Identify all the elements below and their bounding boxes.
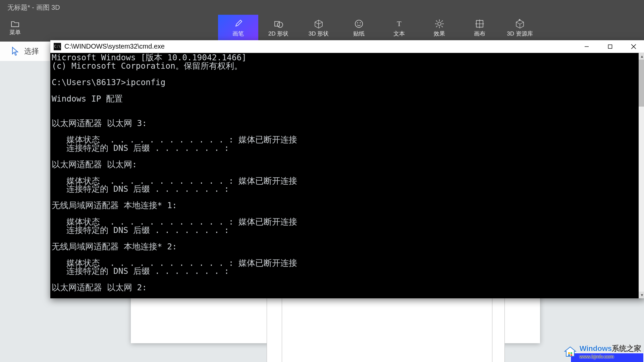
- folder-icon: [11, 20, 19, 27]
- svg-line-13: [441, 20, 443, 22]
- svg-rect-0: [275, 21, 279, 26]
- house-icon: [564, 345, 577, 358]
- svg-point-2: [355, 20, 363, 27]
- ribbon-tool-text[interactable]: T文本: [379, 15, 419, 42]
- ribbon-tool-effects[interactable]: 效果: [419, 15, 460, 42]
- ribbon-tool-label: 画布: [474, 30, 485, 38]
- sticker-icon: [354, 19, 364, 29]
- watermark-suffix: 系统之家: [612, 344, 641, 353]
- cmd-icon: C:\: [54, 43, 61, 50]
- library-icon: [515, 19, 525, 29]
- svg-point-6: [438, 22, 441, 25]
- svg-point-4: [360, 22, 361, 23]
- paint3d-ribbon: 菜单 画笔2D 形状3D 形状贴纸T文本效果画布3D 资源库: [0, 15, 644, 42]
- cmd-window[interactable]: C:\ C:\WINDOWS\system32\cmd.exe Microsof…: [50, 40, 644, 298]
- brush-icon: [233, 19, 243, 29]
- maximize-icon: [607, 44, 613, 49]
- maximize-button[interactable]: [598, 40, 622, 53]
- cmd-output: Microsoft Windows [版本 10.0.19042.1466] (…: [52, 54, 637, 292]
- svg-point-3: [357, 22, 358, 23]
- cmd-scrollbar[interactable]: ▲ ▼: [639, 53, 644, 298]
- paint3d-titlebar: 无标题* - 画图 3D: [0, 0, 644, 15]
- minimize-button[interactable]: [575, 40, 598, 53]
- scroll-down-icon[interactable]: ▼: [639, 292, 644, 298]
- ribbon-tool-label: 画笔: [232, 30, 244, 38]
- cmd-body[interactable]: Microsoft Windows [版本 10.0.19042.1466] (…: [50, 53, 639, 298]
- close-button[interactable]: [622, 40, 644, 53]
- minimize-icon: [584, 44, 589, 49]
- menu-label: 菜单: [9, 28, 21, 36]
- select-tool[interactable]: 选择: [0, 42, 50, 61]
- cmd-title: C:\WINDOWS\system32\cmd.exe: [64, 43, 575, 50]
- dialog-inner: [282, 297, 492, 362]
- svg-point-1: [277, 22, 283, 27]
- svg-line-14: [436, 26, 437, 27]
- cmd-titlebar[interactable]: C:\ C:\WINDOWS\system32\cmd.exe: [50, 40, 644, 53]
- ribbon-tool-label: 文本: [393, 30, 405, 38]
- svg-text:T: T: [397, 19, 401, 28]
- svg-rect-19: [571, 352, 572, 354]
- ribbon-tool-label: 3D 资源库: [507, 30, 533, 38]
- close-icon: [631, 44, 637, 50]
- menu-button[interactable]: 菜单: [0, 15, 30, 42]
- text-icon: T: [394, 19, 404, 29]
- svg-rect-23: [608, 45, 612, 48]
- paint3d-title: 无标题* - 画图 3D: [7, 3, 60, 12]
- shape2d-icon: [273, 19, 283, 29]
- shape3d-icon: [314, 19, 324, 29]
- scroll-up-icon[interactable]: ▲: [639, 53, 644, 60]
- ribbon-tool-label: 效果: [434, 30, 445, 38]
- ribbon-tool-3d[interactable]: 3D 形状: [299, 15, 339, 42]
- scroll-thumb[interactable]: [639, 60, 644, 107]
- ribbon-tool-sticker[interactable]: 贴纸: [339, 15, 379, 42]
- svg-rect-21: [571, 354, 572, 356]
- ribbon-tool-label: 3D 形状: [309, 30, 329, 38]
- svg-line-12: [441, 26, 443, 27]
- cursor-icon: [11, 47, 19, 56]
- watermark-brand: Windows: [580, 344, 612, 353]
- select-label: 选择: [24, 46, 39, 56]
- ribbon-tool-label: 2D 形状: [268, 30, 288, 38]
- ribbon-tool-brush[interactable]: 画笔: [218, 15, 258, 42]
- svg-rect-18: [568, 352, 570, 354]
- canvas-icon: [475, 19, 485, 29]
- watermark-url: www.bjmlv.com: [580, 354, 641, 359]
- watermark: Windows系统之家 www.bjmlv.com: [564, 344, 641, 359]
- ribbon-tool-label: 贴纸: [353, 30, 365, 38]
- effects-icon: [434, 19, 444, 29]
- ribbon-tool-library[interactable]: 3D 资源库: [500, 15, 540, 42]
- ribbon-tool-canvas[interactable]: 画布: [460, 15, 500, 42]
- svg-rect-20: [568, 354, 570, 356]
- ribbon-tool-2d[interactable]: 2D 形状: [258, 15, 299, 42]
- svg-line-11: [436, 20, 437, 22]
